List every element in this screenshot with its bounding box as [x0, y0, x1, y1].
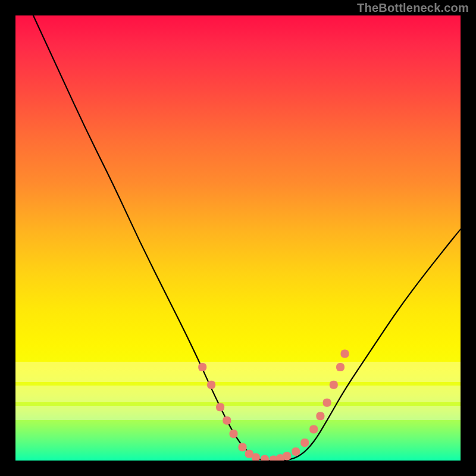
curve-marker [341, 350, 349, 358]
curve-marker [230, 430, 238, 438]
curve-marker [300, 439, 309, 447]
plot-area [15, 15, 461, 461]
chart-frame: TheBottleneck.com [0, 0, 476, 476]
curve-marker [316, 412, 324, 420]
curve-marker [223, 416, 231, 425]
curve-marker [330, 381, 338, 389]
curve-marker [261, 455, 269, 461]
curve-marker [198, 363, 206, 371]
curve-marker [207, 381, 215, 389]
bottleneck-curve [33, 15, 461, 461]
curve-marker [216, 403, 224, 411]
curve-marker [239, 443, 247, 452]
curve-markers [198, 350, 349, 461]
curve-marker [283, 452, 291, 461]
curve-marker [292, 447, 300, 456]
curve-marker [252, 453, 260, 461]
watermark-text: TheBottleneck.com [357, 1, 469, 15]
curve-marker [309, 425, 318, 434]
curve-marker [323, 399, 331, 407]
curve-marker [336, 363, 345, 371]
curve-svg [15, 15, 461, 461]
